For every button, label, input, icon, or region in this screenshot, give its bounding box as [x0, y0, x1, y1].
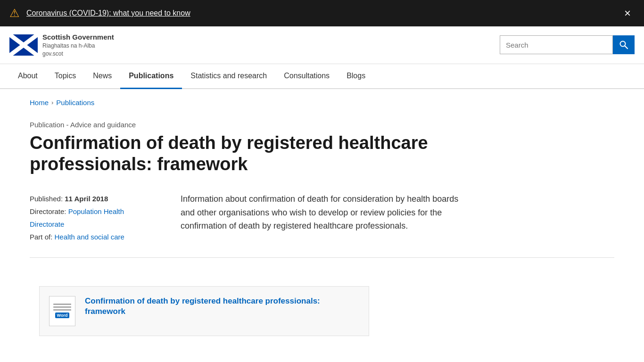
search-input[interactable] — [500, 35, 613, 54]
nav-item-publications[interactable]: Publications — [120, 64, 182, 88]
logo-area: Scottish Government Riaghaltas na h-Alba… — [9, 32, 500, 58]
search-area — [500, 35, 635, 54]
nav-item-news[interactable]: News — [84, 64, 120, 88]
search-icon — [619, 40, 628, 49]
published-date-value: 11 April 2018 — [65, 195, 108, 203]
nav-list: About Topics News Publications Statistic… — [9, 64, 635, 88]
nav-link-blogs[interactable]: Blogs — [338, 64, 374, 89]
logo-text: Scottish Government Riaghaltas na h-Alba… — [42, 32, 114, 58]
publication-description: Information about confirmation of death … — [181, 192, 463, 243]
alert-close-button[interactable]: × — [620, 5, 635, 22]
doc-icon-line — [53, 309, 71, 311]
doc-type-badge: Word — [55, 313, 70, 318]
publication-body: Published: 11 April 2018 Directorate: Po… — [30, 192, 614, 258]
published-label: Published: — [30, 195, 63, 203]
publication-type: Publication - Advice and guidance — [30, 121, 614, 129]
doc-icon-lines — [53, 304, 71, 311]
breadcrumb-home[interactable]: Home — [30, 99, 49, 107]
alert-banner: ⚠ Coronavirus (COVID-19): what you need … — [0, 0, 644, 26]
doc-icon-line — [53, 306, 71, 308]
gov-url: gov.scot — [42, 50, 114, 58]
part-of-row: Part of: Health and social care — [30, 230, 152, 243]
nav-link-statistics[interactable]: Statistics and research — [182, 64, 275, 89]
nav-item-blogs[interactable]: Blogs — [338, 64, 374, 88]
nav-item-statistics[interactable]: Statistics and research — [182, 64, 275, 88]
nav-link-news[interactable]: News — [84, 64, 120, 89]
nav-link-consultations[interactable]: Consultations — [275, 64, 338, 89]
main-content: Home › Publications Publication - Advice… — [20, 89, 624, 355]
published-row: Published: 11 April 2018 — [30, 192, 152, 205]
doc-icon-line — [53, 304, 71, 305]
breadcrumb-separator: › — [51, 99, 53, 106]
document-icon: Word — [49, 296, 75, 326]
nav-link-about[interactable]: About — [9, 64, 46, 89]
part-of-label: Part of: — [30, 233, 52, 241]
nav-link-publications[interactable]: Publications — [120, 64, 182, 89]
gaelic-name: Riaghaltas na h-Alba — [42, 42, 114, 50]
org-name: Scottish Government — [42, 32, 114, 42]
main-nav: About Topics News Publications Statistic… — [0, 64, 644, 89]
nav-item-about[interactable]: About — [9, 64, 46, 88]
publication-meta: Published: 11 April 2018 Directorate: Po… — [30, 192, 152, 243]
nav-link-topics[interactable]: Topics — [46, 64, 84, 89]
publication-title: Confirmation of death by registered heal… — [30, 132, 454, 175]
document-info: Confirmation of death by registered heal… — [85, 296, 359, 317]
document-title-link[interactable]: Confirmation of death by registered heal… — [85, 296, 320, 316]
directorate-label: Directorate: — [30, 207, 66, 215]
directorate-row: Directorate: Population Health Directora… — [30, 205, 152, 230]
search-button[interactable] — [613, 35, 635, 54]
nav-item-topics[interactable]: Topics — [46, 64, 84, 88]
alert-link[interactable]: Coronavirus (COVID-19): what you need to… — [26, 9, 620, 17]
breadcrumb-publications[interactable]: Publications — [56, 99, 94, 107]
document-card: Word Confirmation of death by registered… — [39, 286, 369, 336]
breadcrumb: Home › Publications — [30, 99, 614, 107]
document-section: Word Confirmation of death by registered… — [30, 277, 614, 346]
site-header: Scottish Government Riaghaltas na h-Alba… — [0, 26, 644, 64]
warning-icon: ⚠ — [9, 7, 20, 20]
svg-line-6 — [625, 46, 628, 49]
part-of-link[interactable]: Health and social care — [55, 233, 124, 241]
saltire-logo — [9, 34, 38, 56]
nav-item-consultations[interactable]: Consultations — [275, 64, 338, 88]
